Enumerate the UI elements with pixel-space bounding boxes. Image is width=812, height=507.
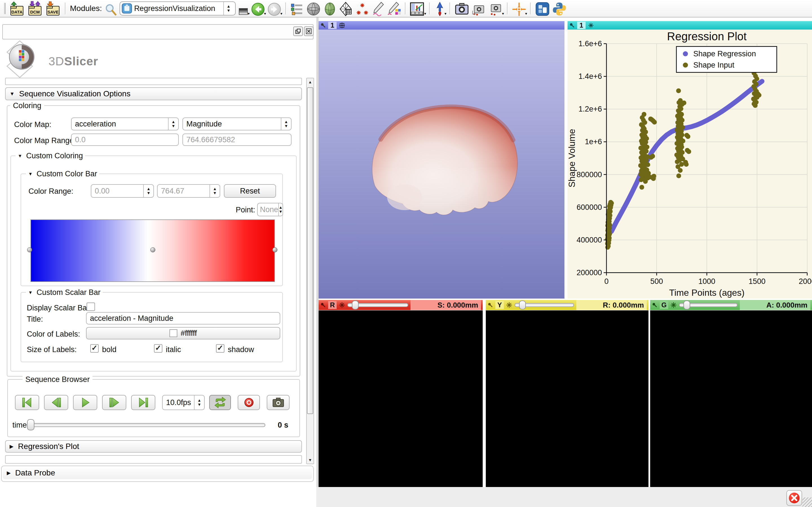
plot-options-icon[interactable]: [588, 22, 594, 29]
forward-button[interactable]: ▾: [266, 1, 283, 16]
error-log-close-button[interactable]: [786, 490, 802, 506]
volumes-module-button[interactable]: [305, 1, 322, 16]
pin-icon[interactable]: [569, 22, 575, 28]
view-link-icon[interactable]: [339, 22, 345, 29]
window-resize-grip[interactable]: [802, 497, 812, 507]
slice-visibility-icon[interactable]: [670, 302, 677, 308]
slice-visibility-icon[interactable]: [506, 302, 512, 308]
extensions-manager-button[interactable]: [534, 1, 551, 16]
custom-scalar-bar-toggle[interactable]: ▼ Custom Scalar Bar: [26, 288, 103, 297]
help-collapsed-bar[interactable]: [5, 78, 302, 85]
module-search-button[interactable]: [104, 1, 118, 16]
reset-button[interactable]: Reset: [224, 184, 276, 198]
color-range-max-spinbox[interactable]: 764.67 ▲▼: [157, 184, 220, 198]
color-map-combobox[interactable]: acceleration ▲▼: [71, 117, 179, 130]
load-data-button[interactable]: DATA: [8, 1, 26, 16]
scene-view-restore-button[interactable]: ▾: [487, 1, 504, 16]
color-map-arrows[interactable]: ▲▼: [168, 118, 178, 130]
component-arrows[interactable]: ▲▼: [281, 118, 291, 130]
back-button[interactable]: ▾: [250, 1, 266, 16]
plot-viewport[interactable]: 2000004000006000008000001e+61.2e+61.4e+6…: [567, 30, 812, 298]
color-map-component-combobox[interactable]: Magnitude ▲▼: [183, 117, 292, 130]
pin-icon[interactable]: [652, 302, 658, 308]
gradient-handle-left[interactable]: [27, 247, 32, 252]
section-data-probe[interactable]: ▶ Data Probe: [3, 467, 312, 479]
scrollbar-thumb[interactable]: [307, 87, 313, 414]
time-slider[interactable]: [29, 423, 265, 427]
custom-color-bar-toggle[interactable]: ▼ Custom Color Bar: [26, 170, 99, 178]
slice-visibility-icon[interactable]: [339, 302, 345, 308]
module-selector[interactable]: RegressionVisualization ▲▼: [119, 1, 236, 15]
panel-undock-button[interactable]: [293, 26, 303, 36]
python-console-button[interactable]: [551, 1, 568, 16]
fps-spin-arrows[interactable]: ▲▼: [194, 395, 204, 409]
point-spinbox[interactable]: None ▲▼: [257, 203, 283, 216]
fps-spinbox[interactable]: 10.0fps ▲▼: [162, 395, 205, 410]
scrollbar-down-icon[interactable]: ▼: [307, 456, 313, 464]
color-map-range-min-field[interactable]: 0.0: [71, 133, 179, 146]
panel-splitter[interactable]: [316, 17, 319, 507]
point-spin-arrows[interactable]: ▲▼: [278, 203, 283, 216]
italic-checkbox[interactable]: [154, 344, 162, 353]
section-regressions-plot[interactable]: ▶ Regression's Plot: [5, 440, 302, 453]
gradient-handle-right[interactable]: [272, 247, 277, 252]
subject-hierarchy-button[interactable]: [289, 1, 305, 16]
display-scalar-bar-checkbox[interactable]: [87, 302, 95, 311]
scrollbar-up-icon[interactable]: ▲: [307, 78, 313, 86]
save-button[interactable]: SAVE: [44, 1, 62, 16]
panel-scrollbar[interactable]: ▲ ▼: [306, 78, 314, 464]
pin-icon[interactable]: [488, 302, 493, 308]
scene-view-save-button[interactable]: [470, 1, 487, 16]
bold-checkbox[interactable]: [90, 344, 99, 353]
color-map-range-max-field[interactable]: 764.66679582: [183, 133, 292, 146]
markups-fiducials-button[interactable]: [354, 1, 370, 16]
red-slider-handle[interactable]: [352, 300, 359, 309]
pin-icon[interactable]: [320, 302, 326, 308]
loop-button[interactable]: [209, 395, 231, 410]
plot-view[interactable]: 1 2000004000006000008000001e+61.2e+61.4e…: [567, 21, 812, 298]
pin-icon[interactable]: [320, 22, 326, 28]
toolbar-drag-handle[interactable]: [4, 3, 6, 14]
previous-frame-button[interactable]: [44, 395, 68, 410]
annotation-pencil-button[interactable]: [370, 1, 386, 16]
threed-view[interactable]: 1: [319, 21, 564, 298]
crosshair-button[interactable]: ▾: [511, 1, 527, 16]
color-of-labels-button[interactable]: #ffffff: [86, 327, 280, 339]
module-history-button[interactable]: ▾: [238, 1, 250, 16]
svg-text:Shape Input: Shape Input: [693, 61, 734, 69]
green-slice-slider[interactable]: [679, 300, 738, 310]
sequence-screenshot-button[interactable]: [267, 395, 290, 410]
color-range-min-spinbox[interactable]: 0.00 ▲▼: [91, 184, 154, 198]
min-spin-arrows[interactable]: ▲▼: [143, 185, 153, 197]
gradient-handle-middle[interactable]: [150, 247, 155, 252]
module-selector-arrows[interactable]: ▲▼: [223, 2, 234, 15]
panel-close-button[interactable]: [304, 26, 313, 36]
go-to-first-frame-button[interactable]: [15, 395, 39, 410]
markup-pencil-button[interactable]: [386, 1, 402, 16]
custom-coloring-toggle[interactable]: ▼ Custom Coloring: [15, 152, 85, 160]
red-slice-slider[interactable]: [347, 300, 408, 310]
record-icon: [243, 397, 255, 408]
record-button[interactable]: [238, 395, 260, 410]
red-slice-viewport[interactable]: [319, 311, 483, 487]
shadow-checkbox[interactable]: [216, 344, 224, 353]
green-slider-handle[interactable]: [683, 300, 690, 309]
yellow-slice-viewport[interactable]: [486, 311, 649, 487]
mesh-module-button[interactable]: [338, 1, 354, 16]
layout-selector-button[interactable]: ▾: [409, 1, 426, 16]
models-module-button[interactable]: [322, 1, 338, 16]
scalar-bar-title-input[interactable]: acceleration - Magnitude: [86, 312, 280, 325]
section-sequence-visualization-options[interactable]: ▼ Sequence Visualization Options: [5, 87, 302, 100]
play-button[interactable]: [73, 395, 97, 410]
time-slider-handle[interactable]: [27, 419, 35, 431]
green-slice-viewport[interactable]: [650, 311, 812, 487]
threed-viewport[interactable]: [319, 30, 564, 298]
yellow-slider-handle[interactable]: [519, 300, 526, 309]
yellow-slice-slider[interactable]: [515, 300, 574, 310]
mouse-interaction-button[interactable]: ▾: [433, 1, 447, 16]
load-dicom-button[interactable]: DCM: [26, 1, 44, 16]
screenshot-button[interactable]: [453, 1, 470, 16]
go-to-last-frame-button[interactable]: [131, 395, 155, 410]
next-frame-button[interactable]: [102, 395, 126, 410]
max-spin-arrows[interactable]: ▲▼: [209, 185, 220, 197]
